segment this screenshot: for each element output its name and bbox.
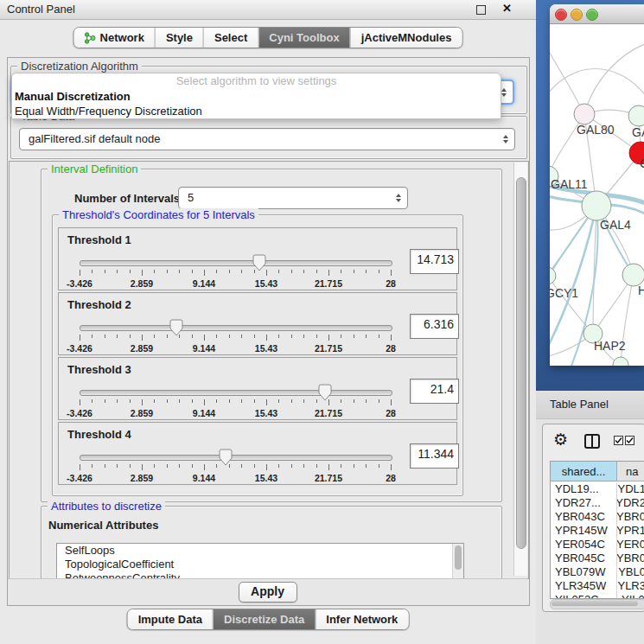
cell-shared-name[interactable]: YBR045C xyxy=(551,552,611,565)
threshold-value-field[interactable]: 11.344 xyxy=(410,443,459,469)
slider-handle[interactable] xyxy=(318,384,332,401)
threshold-value-field[interactable]: 21.4 xyxy=(410,379,459,404)
dropdown-option-manual-discretization[interactable]: Manual Discretization xyxy=(12,89,501,104)
cell-shared-name[interactable]: YBL079W xyxy=(551,565,613,579)
network-window-titlebar[interactable] xyxy=(550,4,644,24)
threshold-slider[interactable]: -3.4262.8599.14415.4321.71528 xyxy=(80,385,391,416)
cell-shared-name[interactable]: YIL052C xyxy=(551,593,616,598)
close-icon[interactable]: ✕ xyxy=(502,2,512,15)
numerical-attributes-list[interactable]: SelfLoopsTopologicalCoefficientBetweenne… xyxy=(56,543,464,579)
tick-mark xyxy=(179,335,180,338)
tab-cyni-toolbox[interactable]: Cyni Toolbox xyxy=(258,28,349,48)
apply-button[interactable]: Apply xyxy=(239,582,297,603)
bottom-tab-infer-network[interactable]: Infer Network xyxy=(315,609,408,629)
tick-mark xyxy=(391,399,392,405)
table-row[interactable]: YBR045CYBR0 xyxy=(551,552,644,565)
slider-handle[interactable] xyxy=(252,254,266,271)
slider-handle[interactable] xyxy=(219,449,233,466)
table-row[interactable]: YDL19...YDL1 xyxy=(551,482,644,496)
tick-mark xyxy=(92,270,92,273)
control-panel: Control Panel ✕ NetworkStyleSelectCyni T… xyxy=(0,0,537,644)
float-window-icon[interactable] xyxy=(476,5,486,15)
slider-handle[interactable] xyxy=(169,319,183,336)
network-node-label: GAL11 xyxy=(551,177,588,191)
spinner-arrows-icon[interactable] xyxy=(503,135,508,143)
threshold-value-field[interactable]: 6.316 xyxy=(410,314,459,339)
threshold-slider[interactable]: -3.4262.8599.14415.4321.71528 xyxy=(80,320,391,351)
close-traffic-light-icon[interactable] xyxy=(555,9,567,21)
network-graph[interactable]: GAL80GACGAL11GAL4GCY1HHAP2 xyxy=(550,24,644,366)
cell-shared-name[interactable]: YLR345W xyxy=(551,579,612,593)
tab-network[interactable]: Network xyxy=(74,28,155,48)
tick-mark xyxy=(154,399,155,403)
slider-track[interactable] xyxy=(80,325,392,331)
spinner-arrows-icon[interactable] xyxy=(501,88,507,97)
attribute-list-item[interactable]: TopologicalCoefficient xyxy=(57,558,463,571)
column-header-shared-name[interactable]: shared... xyxy=(551,462,617,481)
tick-mark xyxy=(379,270,379,273)
tab-style[interactable]: Style xyxy=(155,28,203,48)
network-edge[interactable] xyxy=(550,68,644,100)
threshold-slider[interactable]: -3.4262.8599.14415.4321.71528 xyxy=(80,450,391,481)
slider-track[interactable] xyxy=(80,455,392,461)
table-row[interactable]: YBR043CYBR0 xyxy=(551,510,644,524)
attributes-scrollbar[interactable] xyxy=(452,544,463,579)
dropdown-placeholder-item[interactable]: Select algorithm to view settings xyxy=(12,73,501,89)
cell-shared-name[interactable]: YDR27... xyxy=(551,496,610,510)
table-row[interactable]: YIL052CYIL0 xyxy=(551,593,644,598)
spinner-arrows-icon[interactable] xyxy=(396,194,401,202)
table-row[interactable]: YBL079WYBL0 xyxy=(551,565,644,579)
slider-track[interactable] xyxy=(80,260,392,266)
cell-shared-name[interactable]: YER054C xyxy=(551,538,611,552)
table-row[interactable]: YDR27...YDR2 xyxy=(551,496,644,510)
scrollbar-thumb[interactable] xyxy=(516,177,526,549)
table-horizontal-scrollbar[interactable] xyxy=(550,599,644,609)
scrollbar-thumb[interactable] xyxy=(455,545,462,570)
threshold-slider[interactable]: -3.4262.8599.14415.4321.71528 xyxy=(80,255,391,286)
threshold-value-field[interactable]: 14.713 xyxy=(410,249,459,274)
cell-name[interactable]: YBL0 xyxy=(613,565,644,579)
zoom-traffic-light-icon[interactable] xyxy=(586,9,598,21)
network-node-gal80[interactable] xyxy=(574,104,595,124)
tick-mark xyxy=(291,335,292,338)
node-attribute-table: shared... na YDL19...YDL1YDR27...YDR2YBR… xyxy=(550,461,644,599)
tick-mark xyxy=(254,335,255,338)
cell-shared-name[interactable]: YDL19... xyxy=(551,482,612,496)
attribute-list-item[interactable]: SelfLoops xyxy=(57,544,463,558)
checkbox-icon[interactable] xyxy=(614,436,623,445)
table-data-combobox[interactable]: galFiltered.sif default node xyxy=(19,128,515,150)
table-row[interactable]: YPR145WYPR1 xyxy=(551,524,644,538)
network-canvas[interactable]: GAL80GACGAL11GAL4GCY1HHAP2 xyxy=(550,24,644,366)
tick-mark xyxy=(379,399,379,403)
tab-select[interactable]: Select xyxy=(203,28,258,48)
bottom-tab-discretize-data[interactable]: Discretize Data xyxy=(213,609,315,629)
table-data-value: galFiltered.sif default node xyxy=(29,132,160,145)
network-node-gcy1[interactable] xyxy=(550,267,556,284)
tab-jactivemnodules[interactable]: jActiveMNodules xyxy=(350,28,462,48)
slider-track[interactable] xyxy=(80,390,392,396)
tick-mark xyxy=(216,270,217,273)
tick-mark xyxy=(241,399,242,403)
minimize-traffic-light-icon[interactable] xyxy=(571,9,583,21)
checkbox-icon[interactable] xyxy=(625,436,634,445)
columns-icon[interactable] xyxy=(584,434,600,449)
network-edge[interactable] xyxy=(550,276,593,334)
network-node-ga[interactable] xyxy=(628,105,644,126)
table-row[interactable]: YLR345WYLR3 xyxy=(551,579,644,593)
scrollbar-thumb[interactable] xyxy=(552,601,638,606)
tick-mark xyxy=(117,399,118,403)
cell-name[interactable]: YIL0 xyxy=(616,593,644,598)
gear-icon[interactable]: ⚙ xyxy=(553,430,568,450)
settings-vertical-scrollbar[interactable] xyxy=(513,163,527,576)
number-of-intervals-combobox[interactable]: 5 xyxy=(178,187,408,209)
cell-shared-name[interactable]: YBR043C xyxy=(551,510,611,524)
table-row[interactable]: YER054CYER0 xyxy=(551,538,644,552)
bottom-tab-impute-data[interactable]: Impute Data xyxy=(128,609,213,629)
column-header-name[interactable]: na xyxy=(617,462,644,481)
network-node-gal4[interactable] xyxy=(582,191,611,220)
network-node-unlabeled[interactable] xyxy=(613,357,628,366)
cell-shared-name[interactable]: YPR145W xyxy=(551,524,611,538)
network-edge[interactable] xyxy=(584,43,644,114)
dropdown-option-equal-width-frequency[interactable]: Equal Width/Frequency Discretization xyxy=(12,104,501,118)
checkbox-icons[interactable] xyxy=(614,436,634,445)
